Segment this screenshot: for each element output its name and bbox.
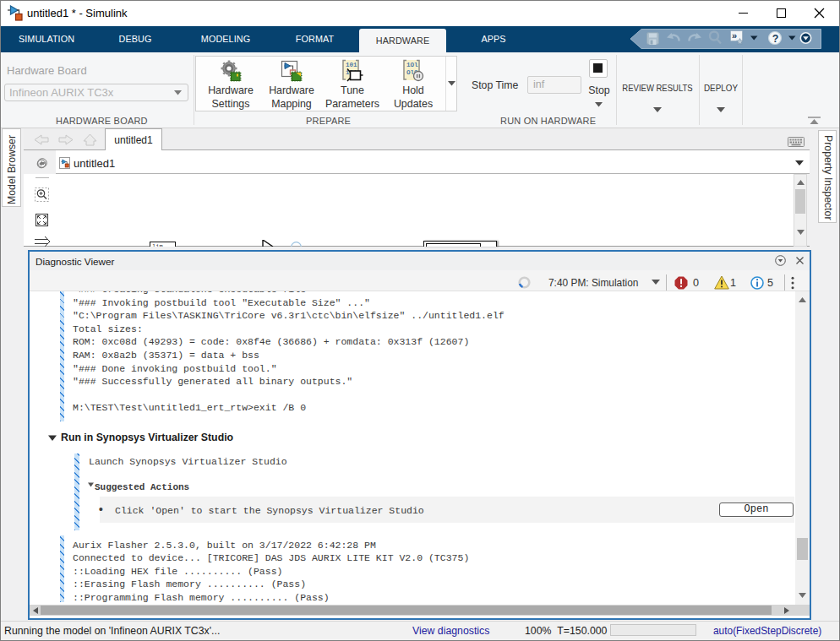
svg-text:»: » [732, 30, 737, 41]
svg-text:101: 101 [346, 62, 357, 68]
svg-text:?: ? [772, 33, 779, 45]
svg-text:1Ol: 1Ol [406, 62, 418, 68]
